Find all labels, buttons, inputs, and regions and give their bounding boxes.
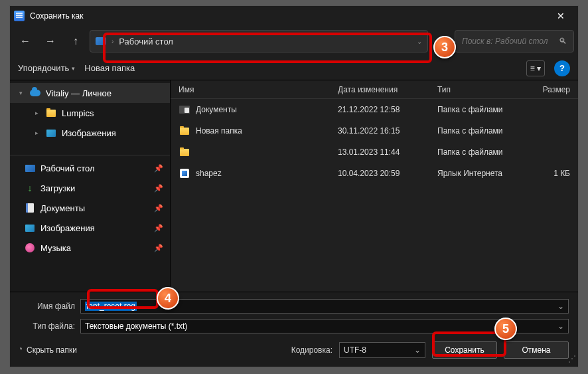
breadcrumb-location: Рабочий стол: [119, 37, 173, 47]
refresh-button[interactable]: ⟳: [431, 31, 452, 52]
downloads-icon: ↓: [25, 183, 35, 193]
new-folder-button[interactable]: Новая папка: [84, 63, 135, 73]
resize-grip[interactable]: ⋰: [568, 357, 576, 365]
file-row[interactable]: Документы21.12.2022 12:58Папка с файлами: [171, 99, 578, 120]
encoding-select[interactable]: UTF-8: [339, 342, 425, 358]
back-button[interactable]: ←: [14, 30, 37, 52]
quick-documents[interactable]: Документы 📌: [10, 198, 170, 218]
tree-images[interactable]: ▸ Изображения: [10, 123, 170, 143]
hide-folders-button[interactable]: ˄ Скрыть папки: [19, 345, 77, 355]
pin-icon: 📌: [154, 224, 163, 233]
chevron-down-icon[interactable]: ⌄: [417, 38, 422, 45]
file-row[interactable]: shapez10.04.2023 20:59Ярлык Интернета1 К…: [171, 163, 578, 184]
filetype-value: Текстовые документы (*.txt): [85, 322, 187, 331]
address-bar[interactable]: › Рабочий стол ⌄: [90, 30, 428, 52]
documents-icon: [26, 203, 34, 213]
chevron-down-icon: ▾: [72, 65, 75, 72]
pin-icon: 📌: [154, 184, 163, 193]
cancel-button[interactable]: Отмена: [504, 341, 569, 359]
titlebar: Сохранить как ✕: [10, 6, 578, 26]
onedrive-icon: [30, 90, 40, 96]
help-button[interactable]: ?: [554, 60, 570, 76]
chevron-down-icon[interactable]: ▾: [17, 90, 25, 96]
docfolder-icon: [179, 106, 190, 114]
chevron-right-icon: ›: [111, 38, 113, 45]
filetype-label: Тип файла:: [19, 322, 80, 331]
tree-personal[interactable]: ▾ Vitaliy — Личное: [10, 83, 170, 103]
filename-value: font_reset.reg: [85, 302, 137, 311]
filetype-select[interactable]: Текстовые документы (*.txt): [80, 319, 569, 333]
folder-icon: [46, 110, 56, 117]
column-headers[interactable]: Имя Дата изменения Тип Размер: [171, 80, 578, 99]
folder-icon: [180, 128, 189, 135]
quick-pictures[interactable]: Изображения 📌: [10, 218, 170, 238]
pin-icon: 📌: [154, 164, 163, 173]
tree-lumpics[interactable]: ▸ Lumpics: [10, 103, 170, 123]
col-name[interactable]: Имя: [179, 85, 338, 94]
save-button[interactable]: Сохранить: [432, 341, 497, 359]
pin-icon: 📌: [154, 204, 163, 213]
bottom-panel: Имя файл font_reset.reg Тип файла: Текст…: [10, 292, 578, 367]
chevron-right-icon[interactable]: ▸: [33, 130, 40, 136]
search-placeholder: Поиск в: Рабочий стол: [462, 37, 548, 46]
forward-button[interactable]: →: [39, 30, 62, 52]
window-title: Сохранить как: [30, 11, 548, 21]
file-row[interactable]: Новая папка30.11.2022 16:15Папка с файла…: [171, 120, 578, 141]
shapez-icon: [180, 169, 189, 178]
close-button[interactable]: ✕: [548, 6, 574, 26]
search-input[interactable]: Поиск в: Рабочий стол 🔍︎: [455, 30, 574, 52]
quick-music[interactable]: Музыка 📌: [10, 238, 170, 258]
file-list: Документы21.12.2022 12:58Папка с файлами…: [171, 99, 578, 292]
toolbar: Упорядочить ▾ Новая папка ≡ ▾ ?: [10, 56, 578, 80]
notepad-icon: [14, 11, 25, 21]
chevron-up-icon: ˄: [19, 347, 23, 354]
content-area: ▾ Vitaliy — Личное ▸ Lumpics ▸ Изображен…: [10, 80, 578, 292]
desktop-icon: [96, 37, 106, 45]
pin-icon: 📌: [154, 244, 163, 252]
filename-input[interactable]: font_reset.reg: [80, 299, 569, 314]
nav-row: ← → ↑ › Рабочий стол ⌄ ⟳ Поиск в: Рабочи…: [10, 26, 578, 56]
pictures-icon: [46, 130, 56, 137]
col-date[interactable]: Дата изменения: [338, 85, 437, 94]
desktop-icon: [25, 165, 35, 172]
music-icon: [25, 243, 35, 252]
filename-label: Имя файл: [19, 302, 80, 311]
file-row[interactable]: 13.01.2023 11:44Папка с файлами: [171, 141, 578, 163]
folder-icon: [180, 149, 189, 156]
col-type[interactable]: Тип: [437, 85, 537, 94]
quick-desktop[interactable]: Рабочий стол 📌: [10, 158, 170, 178]
up-button[interactable]: ↑: [64, 30, 87, 52]
save-as-dialog: Сохранить как ✕ ← → ↑ › Рабочий стол ⌄ ⟳…: [9, 5, 579, 367]
encoding-label: Кодировка:: [291, 345, 332, 355]
nav-tree: ▾ Vitaliy — Личное ▸ Lumpics ▸ Изображен…: [10, 80, 171, 292]
col-size[interactable]: Размер: [537, 85, 570, 94]
file-list-area: Имя Дата изменения Тип Размер Документы2…: [171, 80, 578, 292]
pictures-icon: [25, 225, 35, 232]
quick-access: Рабочий стол 📌 ↓ Загрузки 📌 Документы 📌 …: [10, 155, 170, 258]
quick-downloads[interactable]: ↓ Загрузки 📌: [10, 178, 170, 198]
chevron-right-icon[interactable]: ▸: [33, 110, 40, 116]
view-mode-button[interactable]: ≡ ▾: [526, 60, 545, 76]
search-icon: 🔍︎: [559, 37, 567, 46]
organize-menu[interactable]: Упорядочить ▾: [18, 63, 75, 73]
